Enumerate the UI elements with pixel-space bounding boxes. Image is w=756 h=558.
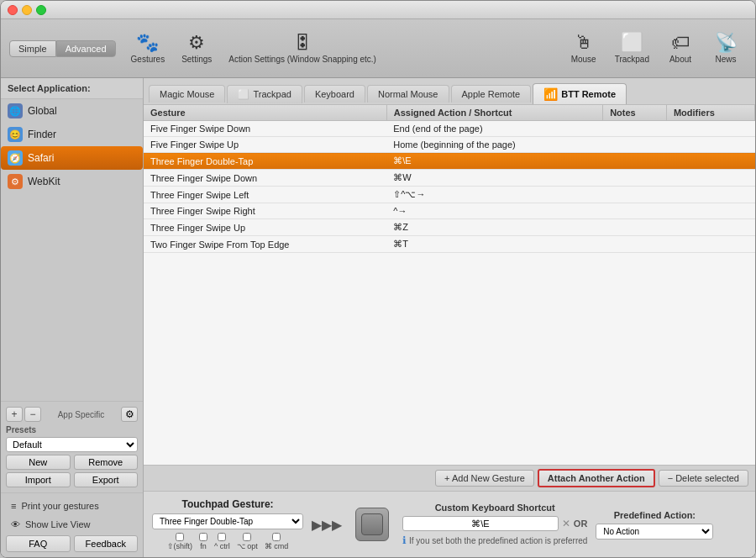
mouse-icon: 🖱 [575, 34, 593, 52]
trackpad-icon: ⬜ [621, 34, 643, 52]
presets-section: Presets Default New Remove Import Export [6, 425, 138, 487]
table-row[interactable]: Five Finger Swipe Up Home (beginning of … [144, 137, 755, 153]
import-button[interactable]: Import [6, 472, 71, 487]
table-row[interactable]: Three Finger Swipe Left ⇧^⌥→ [144, 187, 755, 203]
new-preset-button[interactable]: New [6, 455, 71, 470]
settings-toolbar-item[interactable]: ⚙ Settings [175, 30, 218, 67]
info-icon: ℹ [402, 534, 407, 546]
trackpad-label: Trackpad [615, 55, 649, 64]
shortcut-title: Custom Keyboard Shortcut [402, 503, 587, 513]
action-cell: ⌘\E [386, 153, 602, 170]
attach-action-button[interactable]: Attach Another Action [538, 469, 655, 487]
toolbar: Simple Advanced 🐾 Gestures ⚙ Settings 🎛 … [1, 19, 755, 78]
trackpad-toolbar-item[interactable]: ⬜ Trackpad [608, 30, 656, 67]
table-row[interactable]: Three Finger Swipe Up ⌘Z [144, 219, 755, 236]
feedback-button[interactable]: Feedback [74, 535, 139, 552]
wifi-icon: 📶 [543, 87, 558, 101]
clear-shortcut-button[interactable]: ✕ [562, 518, 570, 529]
advanced-tab[interactable]: Advanced [56, 40, 116, 57]
col-gesture: Gesture [144, 105, 386, 121]
cmd-checkbox-item: ⌘ cmd [265, 533, 289, 550]
record-button[interactable] [355, 508, 389, 541]
table-row[interactable]: Three Finger Swipe Right ^→ [144, 203, 755, 219]
tab-apple-remote[interactable]: Apple Remote [451, 85, 532, 103]
table-row[interactable]: Three Finger Double-Tap ⌘\E [144, 153, 755, 170]
shortcut-row: ✕ OR [402, 516, 587, 531]
sidebar: Select Application: 🌐 Global 😊 Finder 🧭 … [1, 78, 144, 557]
titlebar [1, 1, 755, 19]
tab-btt-remote[interactable]: 📶 BTT Remote [533, 83, 627, 104]
add-app-button[interactable]: + [6, 407, 23, 422]
fn-checkbox-item: fn [199, 533, 207, 550]
gesture-table-container: Gesture Assigned Action / Shortcut Notes… [144, 105, 755, 465]
faq-button[interactable]: FAQ [6, 535, 71, 552]
or-label: OR [574, 519, 588, 529]
presets-select[interactable]: Default [6, 437, 138, 452]
sidebar-item-global[interactable]: 🌐 Global [1, 99, 143, 123]
simple-tab[interactable]: Simple [9, 40, 56, 57]
export-button[interactable]: Export [74, 472, 139, 487]
info-message: If you set both the predefined action is… [409, 536, 587, 545]
tab-keyboard[interactable]: Keyboard [304, 85, 365, 103]
action-cell: ⌘Z [386, 219, 602, 236]
tab-magic-mouse[interactable]: Magic Mouse [149, 85, 225, 103]
action-area: + Add New Gesture Attach Another Action … [144, 465, 755, 491]
fn-label: fn [200, 542, 207, 550]
table-row[interactable]: Three Finger Swipe Down ⌘W [144, 170, 755, 187]
action-settings-toolbar-item[interactable]: 🎛 Action Settings (Window Snapping etc.) [222, 30, 383, 67]
safari-icon: 🧭 [8, 150, 23, 166]
ctrl-checkbox[interactable] [218, 533, 226, 541]
touchpad-gesture-select[interactable]: Three Finger Double-Tap [152, 513, 303, 529]
gestures-toolbar-item[interactable]: 🐾 Gestures [124, 30, 172, 67]
delete-selected-button[interactable]: − Delete selected [659, 470, 748, 487]
action-cell: End (end of the page) [386, 121, 602, 137]
predefined-action-select[interactable]: No Action [596, 524, 713, 540]
gesture-cell: Five Finger Swipe Up [144, 137, 386, 153]
modifiers-cell [666, 170, 754, 187]
notes-cell [603, 203, 667, 219]
table-row[interactable]: Five Finger Swipe Down End (end of the p… [144, 121, 755, 137]
sidebar-controls: + − App Specific ⚙ [6, 407, 138, 422]
modifiers-cell [666, 236, 754, 253]
sidebar-webkit-label: WebKit [28, 176, 60, 187]
minimize-button[interactable] [22, 5, 32, 15]
maximize-button[interactable] [36, 5, 46, 15]
touchpad-select-row: Three Finger Double-Tap [152, 513, 303, 529]
remove-app-button[interactable]: − [24, 407, 41, 422]
tab-apple-remote-label: Apple Remote [462, 89, 521, 99]
mouse-label: Mouse [571, 55, 596, 64]
predefined-section: Predefined Action: No Action [596, 510, 713, 540]
table-row[interactable]: Two Finger Swipe From Top Edge ⌘T [144, 236, 755, 253]
app-settings-button[interactable]: ⚙ [121, 407, 138, 422]
opt-label: ⌥ opt [237, 542, 258, 550]
sidebar-header: Select Application: [1, 78, 143, 99]
mouse-toolbar-item[interactable]: 🖱 Mouse [563, 30, 605, 67]
simple-advanced-toggle: Simple Advanced [9, 40, 116, 57]
sidebar-global-label: Global [28, 105, 57, 117]
add-gesture-button[interactable]: + Add New Gesture [435, 470, 534, 487]
shift-checkbox[interactable] [176, 533, 184, 541]
tab-normal-mouse[interactable]: Normal Mouse [367, 85, 449, 103]
cmd-checkbox[interactable] [272, 533, 281, 541]
shift-checkbox-item: ⇧(shift) [167, 533, 193, 550]
arrow-icon: ▶▶▶ [312, 517, 342, 533]
gesture-cell: Three Finger Swipe Down [144, 170, 386, 187]
shortcut-input[interactable] [402, 516, 559, 531]
gesture-cell: Three Finger Swipe Left [144, 187, 386, 203]
remove-preset-button[interactable]: Remove [74, 455, 139, 470]
news-toolbar-item[interactable]: 📡 News [705, 30, 747, 67]
print-gestures-button[interactable]: ≡ Print your gestures [6, 498, 138, 513]
opt-checkbox[interactable] [243, 533, 251, 541]
sidebar-item-safari[interactable]: 🧭 Safari [1, 146, 143, 170]
tab-trackpad[interactable]: ⬜ Trackpad [227, 85, 302, 103]
sidebar-item-finder[interactable]: 😊 Finder [1, 123, 143, 146]
close-button[interactable] [8, 5, 18, 15]
about-toolbar-item[interactable]: 🏷 About [659, 30, 701, 67]
show-live-view-button[interactable]: 👁 Show Live View [6, 517, 138, 532]
sidebar-item-webkit[interactable]: ⚙ WebKit [1, 170, 143, 193]
print-gestures-label: Print your gestures [21, 501, 98, 511]
fn-checkbox[interactable] [199, 533, 207, 541]
sidebar-safari-label: Safari [28, 152, 54, 164]
tab-normal-mouse-label: Normal Mouse [378, 89, 438, 99]
modifiers-cell [666, 219, 754, 236]
